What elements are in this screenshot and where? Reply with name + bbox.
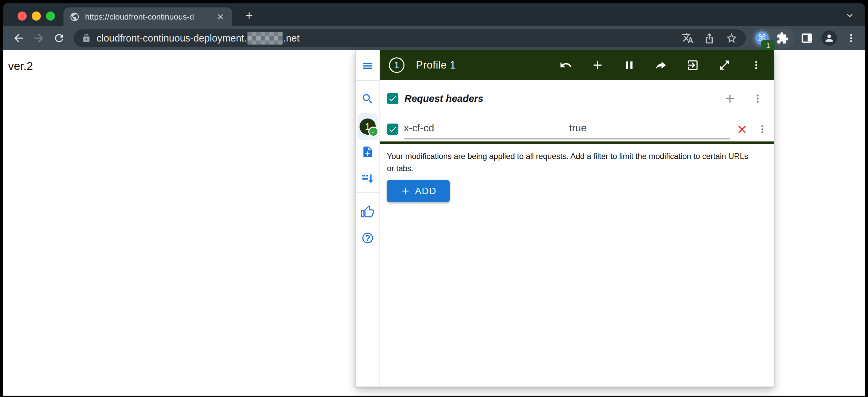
menu-button[interactable] [360, 58, 375, 73]
popup-menu-button[interactable] [749, 58, 763, 72]
profile-check-badge [368, 127, 378, 137]
more-vert-icon [750, 59, 762, 71]
more-vert-icon [752, 92, 764, 105]
extension-badge: 1 [761, 40, 775, 51]
popup-main: 1 Profile 1 [380, 50, 774, 387]
thumb-up-icon [361, 206, 374, 218]
add-filter-button[interactable]: ADD [387, 180, 450, 202]
share-button[interactable] [704, 32, 715, 44]
traffic-lights [18, 11, 55, 21]
modheader-extension-button[interactable]: ⌘ 1 [753, 29, 771, 47]
plus-icon [400, 186, 411, 196]
popup-header: 1 Profile 1 [380, 50, 774, 80]
help-icon [361, 232, 374, 244]
reload-button[interactable] [51, 30, 67, 46]
section-green-divider [380, 141, 774, 144]
maximize-window-button[interactable] [46, 11, 55, 21]
check-icon [388, 94, 397, 103]
help-button[interactable] [360, 231, 375, 245]
omnibox-trailing-icons [682, 32, 738, 44]
popup-header-actions [559, 58, 765, 72]
url-prefix: cloudfront-continuous-deployment. [97, 33, 247, 44]
chevron-down-icon [844, 10, 855, 21]
person-icon [824, 33, 835, 44]
profile-circled-number: 1 [389, 57, 404, 73]
extensions-puzzle-button[interactable] [776, 32, 789, 45]
tab-strip: https://cloudfront-continuous-d [3, 3, 865, 26]
delete-row-button[interactable] [735, 123, 749, 136]
header-fields: x-cf-cd true [404, 117, 730, 139]
browser-window: https://cloudfront-continuous-d c [3, 3, 865, 396]
extensions-area: ⌘ 1 [751, 28, 794, 49]
hamburger-icon [362, 60, 374, 72]
more-vert-icon [845, 32, 857, 44]
profile-title: Profile 1 [416, 59, 456, 71]
section-menu-button[interactable] [751, 92, 764, 105]
close-window-button[interactable] [18, 11, 27, 21]
pause-button[interactable] [623, 58, 636, 72]
puzzle-icon [776, 32, 789, 45]
url-redacted-block [247, 32, 283, 45]
request-headers-section-row: Request headers [380, 80, 774, 117]
row-menu-button[interactable] [756, 123, 769, 136]
filter-notice: Your modifications are being applied to … [387, 150, 764, 175]
export-profile-button[interactable] [686, 58, 700, 72]
url-suffix: .net [283, 33, 299, 44]
popup-sidebar: 1 [356, 50, 380, 387]
plus-icon [591, 58, 604, 72]
arrow-forward-icon [32, 32, 45, 45]
profile-avatar-button[interactable] [821, 30, 837, 46]
address-bar[interactable]: cloudfront-continuous-deployment. .net [74, 29, 746, 47]
search-button[interactable] [360, 91, 375, 106]
header-entry-row: x-cf-cd true [380, 117, 774, 141]
toolbar-right-cluster [800, 30, 857, 46]
lock-icon[interactable] [82, 33, 91, 43]
minimize-window-button[interactable] [32, 11, 41, 21]
add-filter-label: ADD [415, 186, 437, 196]
header-name-field[interactable]: x-cf-cd [404, 122, 434, 134]
open-in-full-button[interactable] [718, 58, 731, 72]
forward-button[interactable] [31, 30, 47, 46]
url-text: cloudfront-continuous-deployment. .net [97, 32, 299, 45]
translate-button[interactable] [682, 32, 694, 44]
browser-menu-button[interactable] [845, 32, 857, 44]
share-profile-button[interactable] [654, 58, 668, 72]
plus-icon [244, 10, 255, 21]
header-value-field[interactable]: true [569, 122, 587, 134]
exit-to-app-icon [686, 59, 699, 72]
back-button[interactable] [11, 30, 26, 46]
sort-profiles-button[interactable] [360, 171, 375, 186]
tab-title: https://cloudfront-continuous-d [85, 12, 215, 22]
pause-icon [623, 59, 636, 72]
close-icon [216, 12, 225, 21]
page-body-text: ver.2 [8, 59, 33, 73]
tab-close-button[interactable] [215, 11, 226, 23]
close-icon [736, 123, 748, 136]
browser-tab[interactable]: https://cloudfront-continuous-d [63, 7, 232, 26]
row-checkbox[interactable] [387, 124, 398, 135]
globe-favicon-icon [70, 12, 80, 22]
expand-icon [718, 59, 731, 71]
tab-search-button[interactable] [843, 9, 857, 22]
bookmark-star-button[interactable] [726, 32, 738, 44]
share-arrow-icon [655, 59, 667, 72]
profile-number-badge: 1 [360, 118, 376, 135]
check-icon [371, 129, 376, 134]
more-vert-icon [756, 123, 768, 135]
side-panel-button[interactable] [800, 32, 813, 45]
section-label: Request headers [404, 93, 483, 104]
sort-icon [361, 172, 374, 185]
sidebar-profile-tab[interactable]: 1 [358, 113, 378, 140]
undo-button[interactable] [559, 58, 573, 72]
check-icon [388, 125, 397, 134]
new-tab-button[interactable] [242, 8, 257, 23]
reload-icon [53, 32, 65, 44]
rate-thumbs-up-button[interactable] [360, 205, 375, 219]
add-file-icon [361, 145, 374, 158]
page-content: ver.2 1 [3, 50, 865, 396]
section-checkbox[interactable] [387, 93, 398, 104]
plus-icon [723, 92, 737, 105]
add-profile-button[interactable] [360, 144, 375, 159]
add-header-row-button[interactable] [723, 92, 737, 105]
add-header-type-button[interactable] [591, 58, 604, 72]
